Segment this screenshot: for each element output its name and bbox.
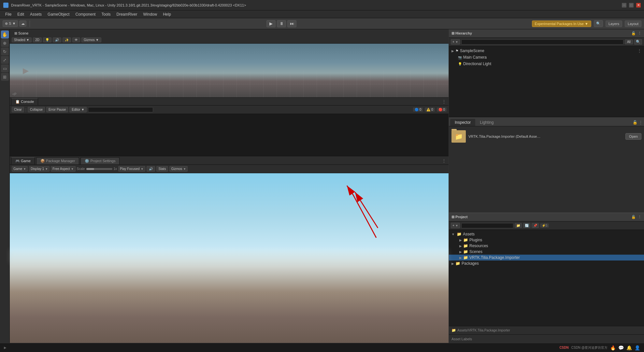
project-icon1-btn[interactable]: 📁 <box>515 223 522 228</box>
scene-hidden-btn[interactable]: 👁 <box>72 37 80 42</box>
hierarchy-item-label-maincamera: Main Camera <box>463 55 487 60</box>
game-gizmos-btn[interactable]: Gizmos ▼ <box>169 166 188 172</box>
hierarchy-item-directionallight[interactable]: 💡 Directional Light <box>449 61 644 67</box>
menu-gameobject[interactable]: GameObject <box>45 11 72 17</box>
pause-button[interactable]: ⏸ <box>277 20 286 27</box>
project-folder-resources[interactable]: ▶ 📁 Resources <box>449 243 644 249</box>
hierarchy-search-input[interactable] <box>461 39 623 45</box>
project-icon2-btn[interactable]: 🔄 <box>523 223 530 228</box>
scale-tool[interactable]: ⤢ <box>1 56 9 64</box>
project-folder-packages[interactable]: ▶ 📁 Packages <box>449 260 644 266</box>
move-tool[interactable]: ⊕ <box>1 39 9 47</box>
project-search-input[interactable] <box>461 223 513 228</box>
scene-2d-btn[interactable]: 2D <box>33 37 42 42</box>
vrtk-expand-arrow: ▶ <box>459 256 462 260</box>
step-button[interactable]: ⏭ <box>287 20 296 27</box>
scene-audio-btn[interactable]: 🔊 <box>53 37 61 42</box>
tab-game[interactable]: 🎮 Game <box>11 157 35 164</box>
search-button[interactable]: 🔍 <box>594 20 603 27</box>
folder-icon-symbol: 📁 <box>455 133 463 140</box>
console-clear-button[interactable]: Clear <box>12 107 24 112</box>
minimize-button[interactable]: ─ <box>622 3 626 7</box>
game-audio-btn[interactable]: 🔊 <box>147 166 155 172</box>
menu-help[interactable]: Help <box>160 11 174 17</box>
project-footer: 📁 Assets/VRTK.Tilia.Package.Importer <box>449 326 644 334</box>
menu-tools[interactable]: Tools <box>99 11 113 17</box>
rotate-tool[interactable]: ↻ <box>1 48 9 55</box>
console-error-pause-button[interactable]: Error Pause <box>46 107 68 112</box>
scene-lighting-btn[interactable]: 💡 <box>43 37 51 42</box>
play-focused-btn[interactable]: Play Focused ▼ <box>118 166 145 172</box>
scene-play-overlay-btn[interactable]: ▶ <box>23 66 29 75</box>
asset-labels-text: Asset Labels <box>451 337 472 341</box>
light-icon: 💡 <box>458 62 462 66</box>
status-icon-3[interactable]: 🔔 <box>626 345 632 350</box>
aspect-dropdown-btn[interactable]: Free Aspect ▼ <box>51 166 75 172</box>
console-more-btn[interactable]: ⋮ <box>441 98 447 105</box>
scene-item-more-btn[interactable]: ⋮ <box>637 49 641 53</box>
console-search-input[interactable] <box>88 107 153 112</box>
tab-inspector[interactable]: Inspector <box>450 119 475 126</box>
tab-scene[interactable]: ⊞ Scene <box>11 30 32 36</box>
game-stats-btn[interactable]: Stats <box>156 166 168 172</box>
project-folder-plugins[interactable]: ▶ 📁 Plugins <box>449 237 644 243</box>
inspector-header-btns: 🔓 ⋮ <box>633 120 643 126</box>
layers-button[interactable]: Layers <box>606 21 622 27</box>
experimental-packages-button[interactable]: Experimental Packages In Use ▼ <box>532 21 591 27</box>
console-editor-button[interactable]: Editor ▼ <box>69 107 87 112</box>
scene-icon: ⚑ <box>455 49 459 53</box>
menu-component[interactable]: Component <box>73 11 98 17</box>
inspector-lock-btn[interactable]: 🔓 <box>633 120 637 125</box>
inspector-more-btn[interactable]: ⋮ <box>639 120 643 125</box>
scene-effects-btn[interactable]: ✨ <box>63 37 71 42</box>
status-icon-4[interactable]: 👤 <box>635 345 640 350</box>
hierarchy-add-btn[interactable]: + ▼ <box>451 39 460 45</box>
project-more-btn[interactable]: ⋮ <box>638 215 641 219</box>
menu-dreamriver[interactable]: DreamRiver <box>114 11 140 17</box>
menu-assets[interactable]: Assets <box>27 11 44 17</box>
hierarchy-all-btn[interactable]: All <box>625 39 633 44</box>
rect-tool[interactable]: ▭ <box>1 64 9 72</box>
project-lock-btn[interactable]: 🔓 <box>631 215 636 219</box>
project-folder-assets[interactable]: ▼ 📁 Assets <box>449 231 644 237</box>
scale-slider[interactable] <box>86 168 112 170</box>
console-collapse-button[interactable]: Collapse <box>28 107 45 112</box>
game-dropdown-btn[interactable]: Game ▼ <box>12 166 28 172</box>
hierarchy-item-samplescene[interactable]: ▶ ⚑ SampleScene ⋮ <box>449 48 644 54</box>
hierarchy-more-btn[interactable]: ⋮ <box>638 31 641 35</box>
collab-button[interactable]: ⊕ S ▼ <box>3 20 18 27</box>
cloud-button[interactable]: ☁ <box>19 21 26 27</box>
play-button[interactable]: ▶ <box>266 20 276 27</box>
project-folder-vrtk-importer[interactable]: ▶ 📁 VRTK.Tilia.Package.Importer <box>449 255 644 260</box>
project-icon3-btn[interactable]: 📌 <box>532 223 539 228</box>
hierarchy-search-icon-btn[interactable]: 🔍 <box>634 39 642 45</box>
window-title: DreamRiver_VRTK - SampleScene - Windows,… <box>11 3 622 7</box>
open-button[interactable]: Open <box>625 133 641 140</box>
status-icon-2[interactable]: 💬 <box>618 345 624 350</box>
transform-tool[interactable]: ⊞ <box>1 73 9 81</box>
tab-package-manager[interactable]: 📦 Package Manager <box>36 157 79 164</box>
menu-window[interactable]: Window <box>140 11 160 17</box>
status-icon-1[interactable]: 🔥 <box>610 345 616 350</box>
game-more-btn[interactable]: ⋮ <box>441 157 447 164</box>
display-dropdown-btn[interactable]: Display 1 ▼ <box>29 166 50 172</box>
close-button[interactable]: ✕ <box>636 3 641 7</box>
tab-project-settings[interactable]: ⚙️ Project Settings <box>80 157 120 164</box>
tab-console[interactable]: 📋 Console <box>11 98 38 105</box>
scene-shading-btn[interactable]: Shaded ▼ <box>12 37 32 42</box>
hand-tool[interactable]: ✋ <box>1 31 9 38</box>
scene-gizmos-btn[interactable]: Gizmos ▼ <box>81 37 101 42</box>
menu-file[interactable]: File <box>3 11 14 17</box>
resources-folder-icon: 📁 <box>463 244 468 248</box>
tab-lighting[interactable]: Lighting <box>475 119 498 126</box>
hierarchy-item-label-directionallight: Directional Light <box>463 62 491 66</box>
layout-button[interactable]: Layout <box>625 21 641 27</box>
maximize-button[interactable]: □ <box>629 3 634 7</box>
menu-edit[interactable]: Edit <box>15 11 27 17</box>
window-controls: ─ □ ✕ <box>622 3 641 7</box>
hierarchy-lock-btn[interactable]: 🔓 <box>631 31 636 35</box>
project-folder-scenes[interactable]: ▶ 📁 Scenes <box>449 249 644 255</box>
project-add-btn[interactable]: + ▼ <box>451 223 460 228</box>
hierarchy-item-maincamera[interactable]: 📷 Main Camera <box>449 54 644 61</box>
scene-tools-sidebar: ✋ ⊕ ↻ ⤢ ▭ ⊞ <box>0 29 10 343</box>
